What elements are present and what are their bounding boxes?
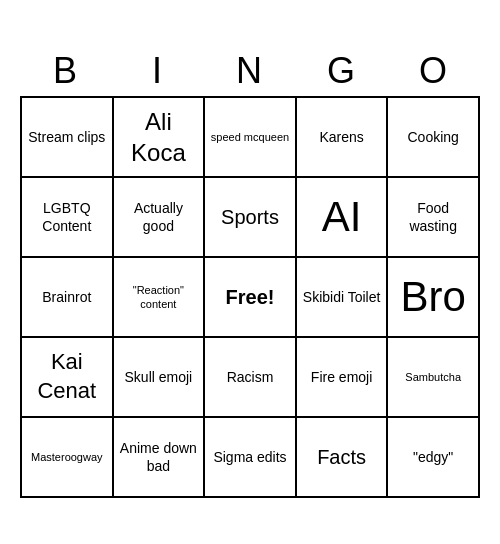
bingo-cell: Sigma edits (205, 418, 297, 498)
bingo-cell: Stream clips (22, 98, 114, 178)
bingo-cell: Facts (297, 418, 389, 498)
bingo-header: BINGO (20, 46, 480, 96)
bingo-card: BINGO Stream clipsAli Kocaspeed mcqueenK… (20, 46, 480, 498)
bingo-cell: AI (297, 178, 389, 258)
bingo-cell: Food wasting (388, 178, 480, 258)
bingo-cell: Skibidi Toilet (297, 258, 389, 338)
bingo-cell: Masteroogway (22, 418, 114, 498)
bingo-cell: Karens (297, 98, 389, 178)
bingo-cell: Sambutcha (388, 338, 480, 418)
header-letter: O (388, 46, 480, 96)
bingo-cell: Anime down bad (114, 418, 206, 498)
bingo-cell: Kai Cenat (22, 338, 114, 418)
bingo-cell: Fire emoji (297, 338, 389, 418)
bingo-cell: "edgy" (388, 418, 480, 498)
bingo-cell: Cooking (388, 98, 480, 178)
header-letter: N (204, 46, 296, 96)
header-letter: G (296, 46, 388, 96)
header-letter: B (20, 46, 112, 96)
bingo-cell: LGBTQ Content (22, 178, 114, 258)
bingo-cell: Brainrot (22, 258, 114, 338)
bingo-cell: Sports (205, 178, 297, 258)
header-letter: I (112, 46, 204, 96)
bingo-cell: Ali Koca (114, 98, 206, 178)
bingo-cell: speed mcqueen (205, 98, 297, 178)
bingo-cell: Actually good (114, 178, 206, 258)
bingo-cell: Free! (205, 258, 297, 338)
bingo-cell: Skull emoji (114, 338, 206, 418)
bingo-cell: "Reaction" content (114, 258, 206, 338)
bingo-grid: Stream clipsAli Kocaspeed mcqueenKarensC… (20, 96, 480, 498)
bingo-cell: Bro (388, 258, 480, 338)
bingo-cell: Racism (205, 338, 297, 418)
